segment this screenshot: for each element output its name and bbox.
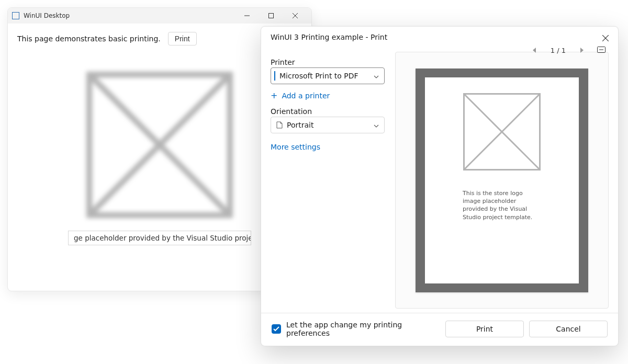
fit-page-button[interactable] (597, 47, 605, 54)
print-button[interactable]: Print (168, 32, 197, 46)
preview-placeholder-image (463, 93, 541, 170)
preview-caption: This is the store logo image placeholder… (463, 189, 541, 222)
dialog-title: WinUI 3 Printing example - Print (271, 33, 387, 41)
print-options-panel: Printer Microsoft Print to PDF + Add a p… (271, 58, 385, 309)
svg-marker-9 (533, 48, 536, 53)
plus-icon: + (271, 92, 277, 100)
preferences-checkbox[interactable] (272, 324, 281, 334)
add-printer-link[interactable]: + Add a printer (271, 90, 385, 101)
prev-page-button[interactable] (533, 47, 537, 54)
titlebar: WinUI Desktop (8, 8, 311, 24)
printer-select[interactable]: Microsoft Print to PDF (271, 67, 385, 84)
svg-rect-1 (269, 14, 274, 18)
orientation-label: Orientation (271, 107, 385, 116)
window-controls (235, 8, 307, 24)
page-navigator: 1 / 1 (533, 47, 605, 54)
more-settings-link[interactable]: More settings (271, 140, 385, 151)
window-title: WinUI Desktop (24, 12, 235, 19)
portrait-icon (276, 121, 284, 129)
printer-selected: Microsoft Print to PDF (276, 72, 374, 80)
preview-page-frame: This is the store logo image placeholder… (416, 69, 588, 292)
chevron-down-icon (374, 121, 379, 129)
svg-marker-10 (580, 48, 584, 53)
chevron-down-icon (374, 72, 379, 80)
app-description: This page demonstrates basic printing. (17, 35, 161, 43)
add-printer-label: Add a printer (282, 92, 330, 100)
print-preview-panel: This is the store logo image placeholder… (395, 52, 609, 309)
page-indicator: 1 / 1 (551, 47, 566, 54)
dialog-close-button[interactable] (599, 32, 612, 44)
print-dialog: WinUI 3 Printing example - Print 1 / 1 P… (261, 26, 619, 346)
caption-textbox[interactable]: ge placeholder provided by the Visual St… (68, 231, 251, 245)
minimize-button[interactable] (235, 8, 259, 24)
orientation-selected: Portrait (284, 121, 374, 129)
close-button[interactable] (283, 8, 307, 24)
dialog-print-button[interactable]: Print (445, 321, 524, 337)
orientation-select[interactable]: Portrait (271, 117, 385, 133)
preview-page: This is the store logo image placeholder… (425, 77, 579, 283)
dialog-footer: Let the app change my printing preferenc… (261, 313, 618, 346)
next-page-button[interactable] (579, 47, 584, 54)
app-icon (12, 12, 19, 19)
printer-label: Printer (271, 58, 385, 66)
maximize-button[interactable] (259, 8, 283, 24)
preferences-label: Let the app change my printing preferenc… (286, 321, 445, 337)
placeholder-image (86, 72, 233, 218)
dialog-cancel-button[interactable]: Cancel (529, 321, 608, 337)
